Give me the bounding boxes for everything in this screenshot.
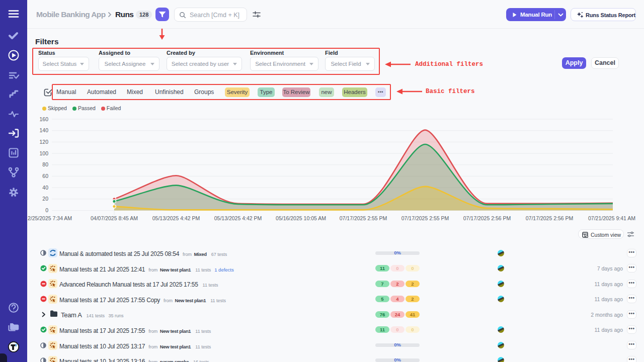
svg-text:05/16/2025 10:05 AM: 05/16/2025 10:05 AM — [276, 215, 326, 221]
svg-text:160: 160 — [39, 116, 48, 122]
svg-text:40: 40 — [42, 185, 48, 191]
svg-text:20: 20 — [42, 196, 48, 202]
svg-text:05/13/2025 4:42 PM: 05/13/2025 4:42 PM — [214, 215, 262, 221]
svg-text:07/17/2025 2:56 PM: 07/17/2025 2:56 PM — [463, 215, 511, 221]
svg-text:2/25/2025 7:34 AM: 2/25/2025 7:34 AM — [28, 215, 72, 221]
svg-text:100: 100 — [39, 150, 48, 156]
svg-text:80: 80 — [42, 161, 48, 167]
svg-text:07/17/2025 2:55 PM: 07/17/2025 2:55 PM — [340, 215, 387, 221]
svg-text:07/21/2025 9:41 AM: 07/21/2025 9:41 AM — [588, 215, 635, 221]
svg-text:04/07/2025 8:45 AM: 04/07/2025 8:45 AM — [91, 215, 138, 221]
svg-text:60: 60 — [42, 173, 48, 179]
svg-text:05/13/2025 4:42 PM: 05/13/2025 4:42 PM — [152, 215, 200, 221]
svg-text:140: 140 — [39, 127, 48, 133]
svg-text:07/17/2025 2:55 PM: 07/17/2025 2:55 PM — [401, 215, 449, 221]
svg-text:120: 120 — [39, 139, 48, 145]
svg-text:07/17/2025 2:56 PM: 07/17/2025 2:56 PM — [526, 215, 574, 221]
svg-text:0: 0 — [45, 207, 48, 213]
